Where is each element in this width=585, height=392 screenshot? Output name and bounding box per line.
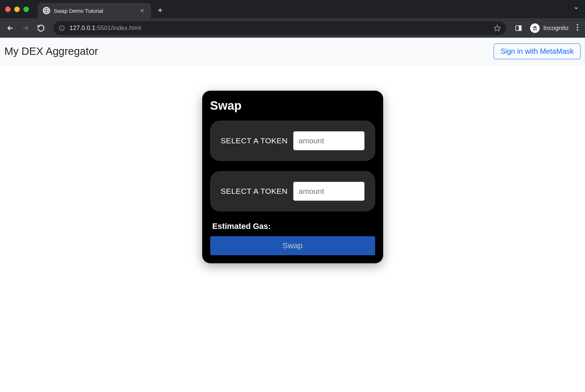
window-maximize-button[interactable] [23,7,29,12]
svg-marker-4 [494,25,501,31]
swap-title: Swap [210,99,375,113]
tab-bar: Swap Demo Tutorial ✕ + [0,0,585,18]
chevron-down-icon[interactable] [573,5,579,12]
window-close-button[interactable] [5,7,11,12]
side-panel-icon[interactable] [512,22,525,35]
incognito-icon [530,23,540,33]
svg-point-8 [577,24,578,26]
tab-title: Swap Demo Tutorial [54,8,135,14]
reload-button[interactable] [34,22,48,35]
kebab-menu-icon[interactable] [574,24,581,33]
back-button[interactable] [4,22,17,35]
svg-point-9 [577,27,578,28]
close-icon[interactable]: ✕ [138,7,146,15]
bookmark-star-icon[interactable] [494,24,501,32]
from-token-select[interactable]: SELECT A TOKEN [221,136,288,145]
main-area: Swap SELECT A TOKEN SELECT A TOKEN Estim… [0,65,585,263]
swap-card: Swap SELECT A TOKEN SELECT A TOKEN Estim… [202,91,383,263]
window-controls [5,7,29,12]
incognito-badge: Incognito [530,23,569,33]
estimated-gas-label: Estimated Gas: [212,222,375,231]
svg-rect-7 [519,26,521,30]
url-host: 127.0.0.1 [69,24,95,31]
from-amount-input[interactable] [293,131,365,150]
to-token-select[interactable]: SELECT A TOKEN [221,187,288,196]
browser-toolbar: 127.0.0.1:5501/index.html Incognito [0,18,585,38]
window-minimize-button[interactable] [14,7,20,12]
incognito-label: Incognito [543,24,569,32]
globe-icon [43,7,50,14]
to-amount-input[interactable] [293,182,365,201]
new-tab-button[interactable]: + [151,5,169,15]
address-bar[interactable]: 127.0.0.1:5501/index.html [53,21,506,35]
page-content: My DEX Aggregator Sign in with MetaMask … [0,38,585,392]
browser-tab[interactable]: Swap Demo Tutorial ✕ [38,3,151,18]
signin-metamask-button[interactable]: Sign in with MetaMask [494,44,581,59]
swap-button[interactable]: Swap [210,236,375,255]
browser-chrome: Swap Demo Tutorial ✕ + 127.0.0.1:5501/in… [0,0,585,38]
forward-button[interactable] [19,22,32,35]
app-navbar: My DEX Aggregator Sign in with MetaMask [0,38,585,65]
info-icon[interactable] [58,25,65,31]
url-path: :5501/index.html [95,24,141,31]
to-token-row: SELECT A TOKEN [210,171,375,211]
svg-point-10 [577,29,578,31]
from-token-row: SELECT A TOKEN [210,121,375,161]
url-text: 127.0.0.1:5501/index.html [69,24,489,32]
brand-title: My DEX Aggregator [4,45,98,57]
